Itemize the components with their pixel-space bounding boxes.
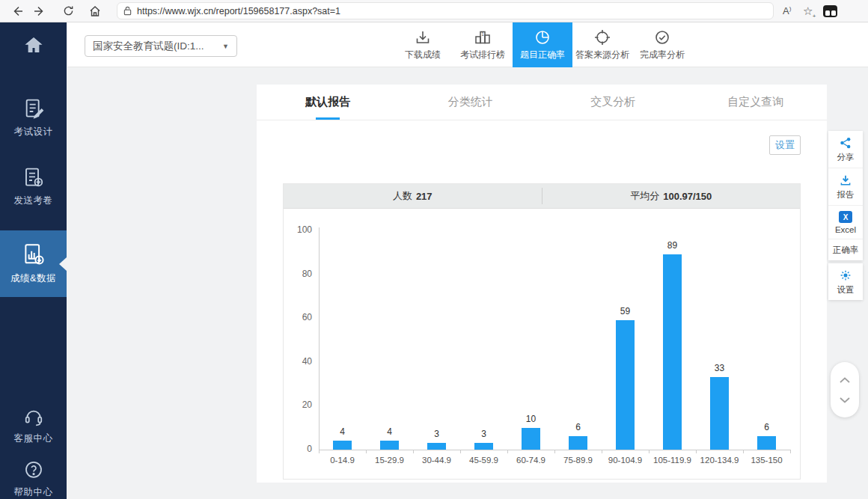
report-download-button[interactable]: 报告 [828,168,863,206]
toolbar-item-download-scores[interactable]: 下载成绩 [393,22,453,67]
page-scroller [831,362,859,417]
bar-value-label: 89 [649,240,696,251]
x-tick-mark [696,450,697,453]
ranking-icon: 1 [474,28,492,46]
toolbar-item-label: 答案来源分析 [575,49,629,61]
excel-icon: X [839,211,852,223]
x-tick-mark [413,450,414,453]
chevron-down-icon: ▼ [222,43,229,50]
x-tick-mark [460,450,461,453]
x-tick-label: 135-150 [737,456,796,465]
score-distribution-chart: 人数 217 平均分 100.97/150 02040608010040-14.… [283,183,801,480]
home-nav-icon[interactable] [84,1,106,21]
chevron-up-icon[interactable] [839,376,851,384]
survey-selector-value: 国家安全教育试题(ID:1... [93,40,204,53]
help-center-icon [22,459,45,482]
y-tick-label: 80 [284,269,312,279]
scores-data-icon [21,241,46,268]
tab-custom-query[interactable]: 自定义查询 [685,85,828,120]
chart-plot-area: 02040608010040-14.9415-29.9330-44.9345-5… [284,209,800,479]
x-tick-mark [366,450,367,453]
browser-apps-icon[interactable] [823,5,837,17]
sidebar-item-label: 帮助中心 [14,486,53,499]
bar-value-label: 10 [507,414,554,424]
toolbar-item-label: 考试排行榜 [460,49,505,61]
exam-design-icon [22,96,46,121]
bar-60-74.9 [522,428,540,450]
stat-count: 人数 217 [284,184,542,208]
y-tick-label: 100 [284,224,312,235]
sidebar-item-label: 发送考卷 [14,195,53,207]
target-icon [593,28,611,46]
excel-label: Excel [835,225,856,234]
pie-icon [534,28,551,46]
y-axis-line [319,227,320,450]
chart-settings-button[interactable]: 设置 [769,135,801,155]
toolbar-item-exam-ranking[interactable]: 1 考试排行榜 [453,22,513,67]
x-tick-mark [554,450,555,453]
panel-settings-label: 设置 [837,284,855,296]
sidebar-item-home[interactable] [0,34,67,55]
tab-category-statistics[interactable]: 分类统计 [400,85,542,120]
report-card: 默认报告 分类统计 交叉分析 自定义查询 设置 人数 217 平均分 100.9… [257,85,827,483]
chevron-down-icon[interactable] [839,397,851,404]
toolbar-item-question-accuracy[interactable]: 题目正确率 [513,22,572,67]
bar-105-119.9 [663,254,682,450]
panel-settings-button[interactable]: 设置 [828,263,863,300]
share-button[interactable]: 分享 [828,131,863,168]
report-tabs: 默认报告 分类统计 交叉分析 自定义查询 [257,85,827,120]
toolbar-item-answer-source[interactable]: 答案来源分析 [572,22,632,67]
stat-average-label: 平均分 [630,189,659,203]
active-item-notch [59,257,67,271]
sidebar-item-help-center[interactable]: 帮助中心 [0,459,67,499]
tab-cross-analysis[interactable]: 交叉分析 [542,85,685,120]
lock-icon [123,6,132,16]
stat-count-value: 217 [416,191,433,202]
bar-value-label: 4 [366,426,413,437]
stats-bar: 人数 217 平均分 100.97/150 [284,184,800,209]
bar-45-59.9 [474,443,493,450]
x-tick-mark [602,450,602,453]
read-aloud-icon[interactable]: A) [783,5,792,16]
report-download-icon [839,174,852,187]
x-tick-mark [790,450,791,453]
bar-75-89.9 [569,436,587,450]
address-bar[interactable]: https://www.wjx.cn/report/159658177.aspx… [117,2,774,19]
tab-default-report[interactable]: 默认报告 [257,85,400,120]
panel-settings-card: 设置 [828,263,863,300]
bar-value-label: 6 [743,422,790,432]
accuracy-rate-label: 正确率 [833,245,859,256]
x-tick-mark [743,450,744,453]
stat-average-value: 100.97/150 [663,191,712,202]
accuracy-rate-button[interactable]: 正确率 [828,239,863,260]
bar-135-150 [757,436,776,450]
gear-icon [839,269,852,282]
sidebar-item-label: 客服中心 [14,432,53,445]
svg-text:1: 1 [481,31,484,37]
bar-90-104.9 [616,320,635,450]
x-tick-mark [319,450,320,453]
survey-selector-dropdown[interactable]: 国家安全教育试题(ID:1... ▼ [85,35,237,57]
left-sidebar: 考试设计 发送考卷 成绩&数据 客服中心 帮助中心 [0,22,67,499]
forward-icon [28,1,51,21]
share-label: 分享 [837,152,855,163]
back-icon[interactable] [6,1,28,21]
sidebar-item-exam-design[interactable]: 考试设计 [0,96,67,138]
sidebar-item-scores-data[interactable]: 成绩&数据 [0,230,67,297]
sidebar-item-customer-service[interactable]: 客服中心 [0,405,67,445]
y-tick-label: 0 [284,444,312,454]
y-tick-label: 20 [284,399,312,410]
refresh-icon[interactable] [57,1,79,21]
sidebar-item-send-exam[interactable]: 发送考卷 [0,165,67,207]
excel-export-button[interactable]: X Excel [828,206,863,239]
top-toolbar: 国家安全教育试题(ID:1... ▼ 下载成绩 1 考试排行榜 题目正确率 [67,22,868,67]
bar-0-14.9 [333,441,352,450]
bar-value-label: 6 [554,422,602,432]
bar-15-29.9 [380,441,399,450]
favorites-star-icon[interactable]: ☆+ [803,4,813,18]
toolbar-item-completion-rate[interactable]: 完成率分析 [632,22,692,67]
stat-average: 平均分 100.97/150 [542,184,801,208]
right-action-panel: 分享 报告 X Excel 正确率 [828,131,863,260]
browser-bar: https://www.wjx.cn/report/159658177.aspx… [0,0,868,22]
sidebar-item-label: 成绩&数据 [10,272,56,285]
